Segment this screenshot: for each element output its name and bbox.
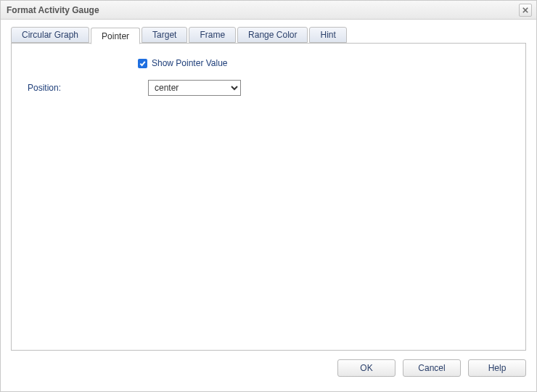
show-pointer-value-row: Show Pointer Value	[138, 58, 514, 68]
tab-label: Frame	[200, 30, 225, 40]
tab-hint[interactable]: Hint	[309, 27, 346, 43]
format-activity-gauge-dialog: Format Activity Gauge Circular Graph Poi…	[0, 0, 537, 392]
dialog-body: Circular Graph Pointer Target Frame Rang…	[1, 20, 536, 391]
tab-label: Range Color	[248, 30, 297, 40]
dialog-button-row: OK Cancel Help	[11, 351, 526, 381]
close-button[interactable]	[519, 4, 532, 17]
titlebar: Format Activity Gauge	[1, 1, 536, 20]
checkbox-box	[138, 59, 147, 68]
position-select[interactable]: center	[148, 80, 241, 96]
tab-label: Hint	[320, 30, 335, 40]
check-icon	[139, 60, 146, 67]
tab-frame[interactable]: Frame	[189, 27, 236, 43]
position-label: Position:	[23, 83, 148, 93]
tab-panel-pointer: Show Pointer Value Position: center	[11, 43, 526, 351]
help-button[interactable]: Help	[468, 359, 526, 377]
tab-target[interactable]: Target	[142, 27, 187, 43]
tab-label: Pointer	[102, 31, 129, 41]
show-pointer-value-label: Show Pointer Value	[152, 58, 228, 68]
tab-label: Target	[152, 30, 176, 40]
button-label: Help	[488, 363, 507, 373]
button-label: Cancel	[418, 363, 445, 373]
position-row: Position: center	[23, 80, 514, 96]
tab-circular-graph[interactable]: Circular Graph	[11, 27, 89, 43]
cancel-button[interactable]: Cancel	[403, 359, 461, 377]
button-label: OK	[360, 363, 372, 373]
tab-strip: Circular Graph Pointer Target Frame Rang…	[11, 27, 526, 44]
ok-button[interactable]: OK	[337, 359, 395, 377]
dialog-title: Format Activity Gauge	[7, 5, 519, 15]
show-pointer-value-checkbox[interactable]: Show Pointer Value	[138, 58, 228, 68]
close-icon	[522, 7, 528, 13]
tab-label: Circular Graph	[22, 30, 78, 40]
tab-range-color[interactable]: Range Color	[237, 27, 308, 43]
tab-pointer[interactable]: Pointer	[91, 28, 140, 44]
